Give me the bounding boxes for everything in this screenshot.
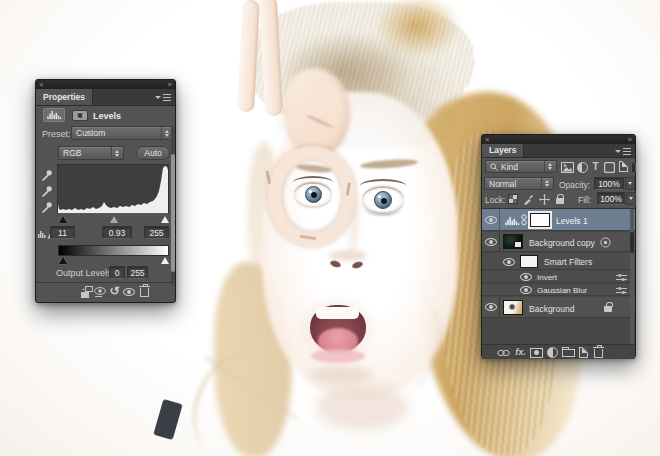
gaussian-blur-visibility-toggle[interactable] <box>519 285 533 295</box>
channel-dropdown-arrows-icon <box>111 147 119 159</box>
adjustment-title: Levels <box>93 111 121 121</box>
mask-properties-icon[interactable] <box>71 109 88 121</box>
mask-link-icon[interactable] <box>521 214 527 226</box>
preset-dropdown[interactable]: Custom <box>71 126 174 140</box>
photo-shirt-graphic <box>153 399 182 440</box>
output-highlight-field[interactable]: 255 <box>127 266 148 279</box>
input-highlight-slider[interactable] <box>161 216 169 223</box>
layer-visibility-toggle[interactable] <box>482 232 500 251</box>
photo-nose-base <box>329 250 367 261</box>
kind-dropdown-arrows-icon <box>544 161 552 172</box>
delete-adjustment-button[interactable] <box>138 284 150 298</box>
layer-row-invert[interactable]: Invert <box>482 271 635 283</box>
input-shadow-field[interactable]: 11 <box>50 226 75 239</box>
layer-name: Levels 1 <box>556 216 588 226</box>
blend-mode-dropdown[interactable]: Normal <box>484 177 554 190</box>
layer-visibility-toggle[interactable] <box>482 297 500 317</box>
output-gradient-bar <box>58 245 169 256</box>
opacity-field[interactable]: 100% <box>594 177 624 190</box>
layers-titlebar: × » <box>482 135 635 144</box>
opacity-label: Opacity: <box>559 180 590 190</box>
input-shadow-slider[interactable] <box>59 216 67 223</box>
lock-paint-brush-icon[interactable] <box>522 193 535 205</box>
photo-pupil-right <box>381 198 387 204</box>
eye-icon <box>520 273 532 281</box>
auto-button[interactable]: Auto <box>136 146 170 160</box>
link-layers-button[interactable] <box>496 348 510 357</box>
clip-to-layer-button[interactable] <box>80 285 93 298</box>
layer-row-smart-filters[interactable]: Smart Filters <box>482 253 635 270</box>
layer-row-background-copy[interactable]: Background copy <box>482 232 635 252</box>
visibility-eye-icon <box>123 288 135 296</box>
properties-close-icon[interactable]: × <box>39 81 44 89</box>
toggle-visibility-button[interactable] <box>122 286 136 298</box>
properties-collapse-icon[interactable]: » <box>168 81 172 89</box>
input-midtone-field[interactable]: 0.93 <box>102 226 132 239</box>
black-point-eyedropper-icon[interactable] <box>40 168 53 181</box>
fill-field[interactable]: 100% <box>597 192 625 205</box>
invert-visibility-toggle[interactable] <box>519 272 533 282</box>
layers-scrollbar[interactable] <box>630 209 634 345</box>
layer-row-levels-1[interactable]: Levels 1 <box>482 209 635 231</box>
layer-thumbnail[interactable] <box>503 234 523 249</box>
layer-visibility-toggle[interactable] <box>482 209 500 230</box>
layer-mask-thumbnail[interactable] <box>528 211 552 229</box>
add-layer-mask-button[interactable] <box>529 347 544 358</box>
smart-filters-visibility-toggle[interactable] <box>502 257 516 267</box>
new-adjustment-layer-button[interactable] <box>546 346 559 359</box>
channel-value: RGB <box>63 148 108 158</box>
layers-close-icon[interactable]: × <box>485 136 490 144</box>
eye-icon <box>485 303 497 311</box>
preset-label: Preset: <box>42 129 71 139</box>
filter-mask-thumbnail[interactable] <box>520 255 538 268</box>
properties-panel: × » Properties Levels Preset: Custom <box>35 79 176 303</box>
blend-mode-value: Normal <box>489 179 538 189</box>
new-layer-button[interactable] <box>578 346 589 359</box>
gaussian-blur-blend-options-icon[interactable] <box>615 286 627 295</box>
output-highlight-slider[interactable] <box>161 257 169 264</box>
tab-layers[interactable]: Layers <box>482 144 524 157</box>
layers-panel-menu-icon[interactable] <box>615 148 631 155</box>
layer-row-background[interactable]: Background <box>482 297 635 318</box>
layers-collapse-icon[interactable]: » <box>628 136 632 144</box>
fill-arrow-button[interactable] <box>626 192 636 205</box>
white-point-eyedropper-icon[interactable] <box>40 200 53 213</box>
filter-type-layers-icon[interactable]: T <box>590 160 601 173</box>
levels-adjustment-thumbnail[interactable] <box>504 215 520 226</box>
lock-transparency-icon[interactable] <box>506 193 519 205</box>
layers-list: Levels 1 Background copy <box>482 208 635 344</box>
smart-filter-badge-icon[interactable] <box>599 236 611 248</box>
layer-thumbnail[interactable] <box>503 300 523 315</box>
reset-adjustment-button[interactable]: ↺ <box>108 284 121 298</box>
gray-point-eyedropper-icon[interactable] <box>40 184 53 197</box>
tab-properties[interactable]: Properties <box>36 89 93 105</box>
levels-adjustment-icon[interactable] <box>43 108 65 122</box>
filter-smart-objects-icon[interactable] <box>618 160 629 173</box>
filter-adjustment-layers-icon[interactable] <box>576 161 589 173</box>
filter-pixel-layers-icon[interactable] <box>560 161 574 173</box>
lock-all-icon[interactable] <box>553 192 566 205</box>
input-midtone-slider[interactable] <box>110 216 118 223</box>
smart-filters-label: Smart Filters <box>544 257 592 267</box>
properties-footer-divider <box>36 282 175 284</box>
layers-body: Kind T Normal Opacity: 100% Lock: <box>482 158 635 357</box>
invert-blend-options-icon[interactable] <box>615 273 627 282</box>
lock-position-move-icon[interactable] <box>538 193 551 205</box>
properties-scrollbar[interactable] <box>171 126 175 286</box>
input-highlight-field[interactable]: 255 <box>144 226 169 239</box>
properties-panel-menu-icon[interactable] <box>155 94 171 101</box>
invert-filter-label: Invert <box>537 273 557 282</box>
new-group-button[interactable] <box>561 345 576 358</box>
output-shadow-slider[interactable] <box>59 257 67 264</box>
layer-styles-button[interactable]: fx. <box>513 346 528 358</box>
filter-toggle-icon[interactable] <box>630 161 636 173</box>
layer-row-gaussian-blur[interactable]: Gaussian Blur <box>482 284 635 296</box>
output-shadow-field[interactable]: 0 <box>109 266 125 279</box>
channel-dropdown[interactable]: RGB <box>58 146 124 160</box>
filter-shape-layers-icon[interactable] <box>603 161 616 173</box>
filter-kind-dropdown[interactable]: Kind <box>485 160 557 173</box>
histogram <box>57 164 169 214</box>
opacity-arrow-button[interactable] <box>625 177 635 190</box>
delete-layer-button[interactable] <box>592 345 604 359</box>
view-previous-state-button[interactable] <box>93 285 107 298</box>
